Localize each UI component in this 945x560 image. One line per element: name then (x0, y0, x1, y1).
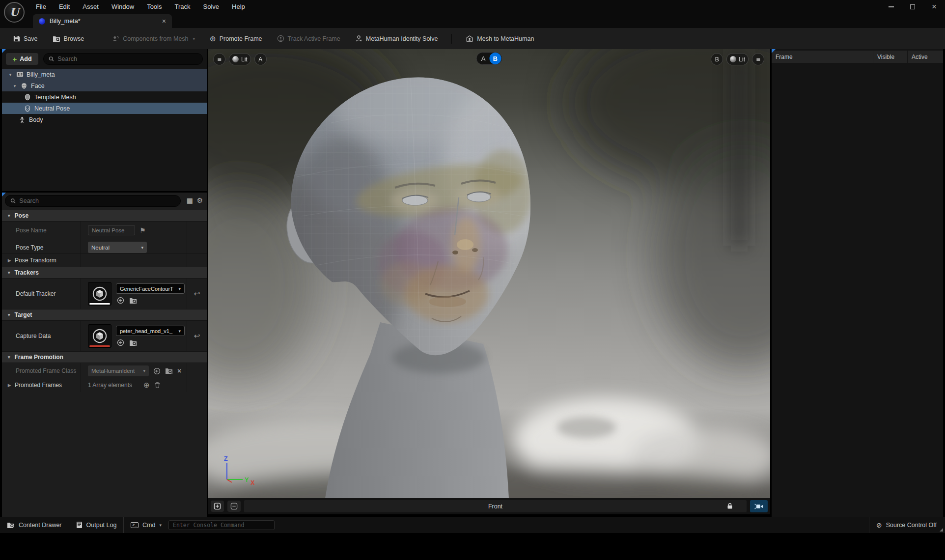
section-target[interactable]: ▾ Target (2, 309, 207, 320)
column-active[interactable]: Active (908, 54, 943, 60)
mesh-to-metahuman-button[interactable]: Mesh to MetaHuman (461, 32, 539, 45)
frames-table-body (772, 63, 943, 517)
menu-file[interactable]: File (29, 0, 53, 13)
section-frame-promotion[interactable]: ▾ Frame Promotion (2, 351, 207, 363)
menu-help[interactable]: Help (225, 0, 251, 13)
output-log-button[interactable]: Output Log (69, 517, 124, 533)
section-pose[interactable]: ▾ Pose (2, 210, 207, 221)
lock-icon[interactable] (727, 503, 733, 509)
viewport-3d-view[interactable]: ≡ Lit A A B B Lit ≡ Z Y X (208, 49, 770, 498)
ab-viewport[interactable]: ≡ Lit A A B B Lit ≡ Z Y X (208, 49, 770, 514)
tab-close-icon[interactable]: × (162, 17, 166, 25)
use-selected-asset-icon[interactable] (117, 297, 124, 304)
camera-cut-button[interactable] (750, 500, 768, 512)
expand-arrow-icon[interactable]: ▸ (8, 257, 11, 264)
reset-to-default-icon[interactable]: ↩ (194, 289, 200, 298)
toggle-b-active[interactable]: B (490, 53, 501, 64)
use-selected-asset-icon[interactable] (117, 339, 124, 346)
browse-button[interactable]: Browse (48, 32, 89, 45)
tab-bar: Billy_meta* × (0, 13, 945, 28)
details-search-input[interactable] (19, 197, 175, 204)
view-a-label: A (258, 56, 262, 63)
content-drawer-label: Content Drawer (19, 522, 62, 529)
tree-item-billy-meta[interactable]: ▾ Billy_meta (2, 69, 207, 80)
capture-data-thumbnail[interactable] (88, 324, 111, 348)
browse-to-asset-icon[interactable] (129, 297, 137, 304)
menu-tools[interactable]: Tools (140, 0, 168, 13)
column-visible[interactable]: Visible (873, 54, 907, 60)
viewport-menu-button[interactable]: ≡ (752, 53, 764, 65)
content-drawer-button[interactable]: Content Drawer (0, 517, 69, 533)
hamburger-icon: ≡ (217, 56, 221, 63)
source-control-label[interactable]: Source Control Off (886, 522, 937, 529)
tree-item-template-mesh[interactable]: Template Mesh (2, 91, 207, 103)
asset-tab-billy-meta[interactable]: Billy_meta* × (33, 14, 172, 28)
resize-grip[interactable] (940, 528, 943, 532)
lit-label: Lit (241, 56, 248, 63)
section-label: Pose (15, 212, 29, 219)
section-label: Target (15, 311, 32, 318)
tree-item-neutral-pose[interactable]: Neutral Pose (2, 103, 207, 114)
view-a-button[interactable]: A (254, 53, 267, 65)
expand-arrow-icon[interactable]: ▸ (8, 382, 11, 389)
default-tracker-dropdown[interactable]: GenericFaceContourT ▾ (116, 283, 185, 294)
pose-type-dropdown[interactable]: Neutral ▾ (88, 242, 147, 253)
restore-icon (910, 4, 915, 9)
clear-icon[interactable]: × (177, 367, 181, 375)
menu-asset[interactable]: Asset (76, 0, 105, 13)
use-selected-asset-icon[interactable] (153, 367, 161, 375)
browse-to-asset-icon[interactable] (165, 367, 173, 374)
source-control-status: ⊘ Source Control Off (869, 517, 945, 533)
identity-solve-button[interactable]: MetaHuman Identity Solve (350, 32, 443, 45)
tree-item-face[interactable]: ▾ Face (2, 80, 207, 91)
cube-asset-icon (89, 283, 110, 304)
status-bar: Content Drawer Output Log >_ Cmd ▾ ⊘ Sou… (0, 517, 945, 533)
restore-button[interactable] (902, 0, 923, 13)
ab-view-toggle[interactable]: A B (476, 52, 502, 65)
pose-type-label: Pose Type (2, 239, 81, 255)
save-label: Save (24, 35, 38, 42)
view-mode-lit-button-b[interactable]: Lit (726, 53, 749, 65)
expand-arrow-icon[interactable]: ▾ (12, 84, 17, 88)
console-command-input[interactable] (168, 520, 275, 530)
outliner-search-input[interactable] (57, 56, 197, 62)
view-mode-lit-button-a[interactable]: Lit (229, 53, 251, 65)
add-array-element-icon[interactable]: ⊕ (143, 381, 150, 390)
reset-to-default-icon[interactable]: ↩ (194, 332, 200, 340)
toggle-a[interactable]: A (477, 55, 490, 62)
flag-icon[interactable]: ⚑ (139, 226, 146, 234)
cmd-selector[interactable]: >_ Cmd ▾ (124, 517, 165, 533)
section-trackers[interactable]: ▾ Trackers (2, 267, 207, 278)
zoom-in-button[interactable] (211, 501, 224, 512)
save-button[interactable]: Save (8, 32, 43, 45)
tree-item-body[interactable]: Body (2, 114, 207, 125)
delete-array-icon[interactable] (154, 382, 161, 389)
tree-item-label: Neutral Pose (34, 105, 70, 112)
identity-tree: ▾ Billy_meta ▾ Face Template Mesh Neutra… (2, 69, 207, 125)
settings-gear-icon[interactable]: ⚙ (196, 196, 203, 204)
viewport-menu-button[interactable]: ≡ (213, 53, 225, 65)
tracker-asset-thumbnail[interactable] (88, 282, 111, 306)
capture-data-dropdown[interactable]: peter_head_mod_v1_ ▾ (116, 326, 185, 336)
menu-track[interactable]: Track (168, 0, 196, 13)
add-button[interactable]: + Add (6, 53, 38, 65)
zoom-out-button[interactable] (227, 501, 241, 512)
row-pose-transform[interactable]: ▸ Pose Transform (2, 253, 207, 267)
minimize-button[interactable] (880, 0, 902, 13)
view-b-button[interactable]: B (711, 53, 723, 65)
promote-frame-button[interactable]: ⊕ Promote Frame (205, 32, 267, 45)
menu-window[interactable]: Window (105, 0, 140, 13)
close-icon: × (932, 2, 937, 11)
browse-to-asset-icon[interactable] (129, 339, 137, 346)
row-promoted-frames[interactable]: ▸ Promoted Frames 1 Array elements ⊕ (2, 378, 207, 392)
display-filter-icon[interactable]: ▦ (187, 196, 193, 204)
column-frame[interactable]: Frame (772, 54, 873, 60)
components-label: Components from Mesh (123, 35, 188, 42)
close-button[interactable]: × (923, 0, 945, 13)
mesh-to-metahuman-label: Mesh to MetaHuman (477, 35, 534, 42)
expand-arrow-icon[interactable]: ▾ (8, 72, 13, 77)
menu-solve[interactable]: Solve (197, 0, 226, 13)
timeline-track[interactable]: Front (244, 500, 747, 512)
menu-edit[interactable]: Edit (53, 0, 76, 13)
collapse-arrow-icon: ▾ (8, 270, 10, 275)
